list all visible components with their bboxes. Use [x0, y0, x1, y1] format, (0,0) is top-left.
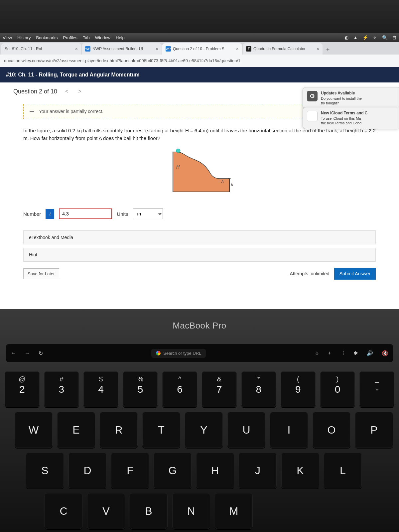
keyboard: 2@3#4$5%6^7&8*9(0)-_ WERTYUIOP SDFGHJKL … — [5, 371, 394, 529]
svg-text:A: A — [221, 180, 224, 184]
keyboard-key: I — [270, 412, 308, 448]
browser-tab[interactable]: Σ Quadratic Formula Calculator × — [243, 43, 323, 55]
tb-brightness-icon[interactable]: ✱ — [353, 350, 358, 356]
new-tab-button[interactable]: + — [323, 45, 332, 55]
tb-chevron-icon[interactable]: 〈 — [339, 350, 345, 357]
keyboard-key: B — [130, 493, 168, 529]
prev-question-button[interactable]: < — [63, 88, 70, 94]
tab-title: Quadratic Formula Calculator — [253, 47, 315, 51]
macbook-label: MacBook Pro — [0, 309, 399, 344]
keyboard-key: 6^ — [162, 371, 197, 407]
tb-mute-icon[interactable]: 🔇 — [382, 350, 388, 356]
feedback-text: Your answer is partially correct. — [39, 109, 103, 114]
save-for-later-button[interactable]: Save for Later — [23, 268, 59, 279]
browser-tab-active[interactable]: WP Question 2 of 10 - Problem S × — [162, 43, 242, 55]
keyboard-key: 5% — [123, 371, 158, 407]
keyboard-key: 7& — [202, 371, 237, 407]
hint-button[interactable]: Hint — [23, 248, 376, 262]
next-question-button[interactable]: > — [76, 88, 83, 94]
keyboard-key: 9( — [281, 371, 316, 407]
address-bar[interactable]: ducation.wiley.com/was/ui/v2/assessment-… — [0, 55, 399, 67]
touch-bar: ← → ↻ Search or type URL ☆ + 〈 ✱ 🔊 🔇 — [6, 344, 393, 362]
keyboard-key: L — [324, 453, 362, 488]
number-input[interactable] — [59, 208, 112, 219]
favicon-icon: Σ — [246, 46, 251, 52]
submit-answer-button[interactable]: Submit Answer — [334, 268, 376, 280]
number-label: Number — [23, 211, 41, 217]
url-text: ducation.wiley.com/was/ui/v2/assessment-… — [4, 58, 395, 63]
notification-title: New iCloud Terms and C — [321, 111, 367, 116]
close-icon[interactable]: × — [75, 46, 78, 52]
favicon-icon: WP — [166, 46, 171, 52]
menu-item[interactable]: History — [17, 35, 31, 40]
question-nav-label: Question 2 of 10 — [13, 88, 57, 95]
menu-item[interactable]: View — [3, 35, 12, 40]
search-icon[interactable]: 🔍 — [382, 35, 388, 40]
question-figure: H A h — [23, 149, 376, 195]
tb-forward-icon[interactable]: → — [25, 350, 30, 356]
menu-item[interactable]: Profiles — [63, 35, 77, 40]
units-select[interactable]: m — [133, 208, 163, 219]
notification-updates[interactable]: ⚙ Updates Available Do you want to insta… — [303, 87, 399, 109]
apple-icon — [307, 111, 318, 121]
keyboard-key: P — [355, 412, 393, 448]
keyboard-key: R — [100, 412, 138, 448]
attempts-text: Attempts: unlimited — [290, 271, 330, 276]
keyboard-key: 0) — [320, 371, 355, 407]
menu-item[interactable]: Window — [95, 35, 110, 40]
svg-text:h: h — [231, 183, 233, 187]
wifi-icon[interactable]: ᯤ — [373, 35, 377, 40]
close-icon[interactable]: × — [317, 46, 319, 52]
keyboard-key: U — [227, 412, 265, 448]
keyboard-key: -_ — [359, 371, 394, 407]
assignment-title: #10: Ch. 11 - Rolling, Torque and Angula… — [0, 67, 399, 82]
notification-title: Updates Available — [321, 91, 362, 96]
svg-point-0 — [176, 149, 180, 153]
tab-title: Set #10: Ch. 11 - Rol — [5, 47, 73, 51]
tb-plus-icon[interactable]: + — [328, 350, 331, 356]
notification-body: the new Terms and Cond — [321, 121, 367, 125]
control-center-icon[interactable]: ⊟ — [392, 35, 396, 40]
menu-item[interactable]: Bookmarks — [36, 35, 58, 40]
cast-icon[interactable]: ◐ — [344, 35, 348, 40]
keyboard-key: E — [57, 412, 95, 448]
keyboard-key: J — [239, 453, 277, 488]
keyboard-key: V — [87, 493, 125, 529]
keyboard-key: O — [313, 412, 350, 448]
info-icon[interactable]: i — [46, 209, 54, 219]
notification-body: Do you want to install the — [321, 96, 362, 101]
mac-menu-bar: View History Bookmarks Profiles Tab Wind… — [0, 33, 399, 42]
keyboard-key: S — [26, 453, 64, 488]
tb-back-icon[interactable]: ← — [11, 350, 16, 356]
menu-item[interactable]: Help — [116, 35, 125, 40]
tb-volume-icon[interactable]: 🔊 — [366, 350, 373, 356]
question-text: In the figure, a solid 0.2 kg ball rolls… — [23, 127, 376, 142]
notification-body: try tonight? — [321, 101, 362, 105]
menu-item[interactable]: Tab — [83, 35, 90, 40]
keyboard-key: K — [281, 453, 319, 488]
etextbook-button[interactable]: eTextbook and Media — [23, 230, 376, 244]
favicon-icon: WP — [85, 46, 90, 52]
notification-icloud[interactable]: New iCloud Terms and C To use iCloud on … — [303, 107, 399, 129]
keyboard-key: 2@ — [5, 371, 40, 407]
tb-reload-icon[interactable]: ↻ — [39, 350, 43, 356]
tb-star-icon[interactable]: ☆ — [315, 350, 319, 356]
keyboard-key: 8* — [241, 371, 276, 407]
airplay-icon[interactable]: ▲ — [353, 35, 358, 40]
keyboard-key: H — [196, 453, 234, 488]
tb-search-field[interactable]: Search or type URL — [151, 349, 206, 358]
keyboard-key: F — [111, 453, 149, 488]
keyboard-key: D — [68, 453, 106, 488]
browser-tab-strip: Set #10: Ch. 11 - Rol × WP NWP Assessmen… — [0, 42, 399, 55]
close-icon[interactable]: × — [156, 46, 158, 52]
browser-tab[interactable]: WP NWP Assessment Builder UI × — [82, 43, 162, 55]
tab-title: Question 2 of 10 - Problem S — [173, 47, 234, 51]
minus-icon — [30, 111, 34, 112]
svg-text:H: H — [176, 164, 180, 170]
close-icon[interactable]: × — [236, 46, 239, 52]
notification-body: To use iCloud on this Ma — [321, 116, 367, 121]
keyboard-key: 4$ — [83, 371, 118, 407]
keyboard-key: N — [172, 493, 210, 529]
browser-tab[interactable]: Set #10: Ch. 11 - Rol × — [1, 43, 81, 55]
battery-icon[interactable]: ⚡ — [362, 35, 368, 40]
